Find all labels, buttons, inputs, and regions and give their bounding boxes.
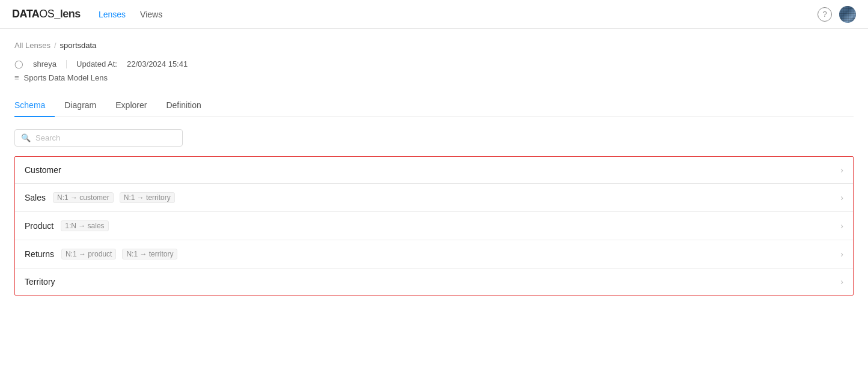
search-container: 🔍 (14, 129, 854, 147)
meta-row: ◯ shreya Updated At: 22/03/2024 15:41 (14, 59, 854, 68)
entity-name: Territory (25, 277, 55, 287)
meta-description: Sports Data Model Lens (24, 73, 108, 82)
breadcrumb-current: sportsdata (60, 41, 97, 50)
navbar-links: Lenses Views (99, 7, 818, 22)
entity-left: Product 1:N → sales (25, 220, 109, 231)
relation-badge: N:1 → territory (120, 192, 175, 203)
relation-badge: 1:N → sales (61, 220, 108, 231)
relation-badge: N:1 → territory (122, 249, 177, 259)
avatar[interactable] (839, 6, 856, 23)
search-input-wrapper: 🔍 (14, 129, 183, 147)
chevron-right-icon: › (840, 249, 843, 259)
entity-relations: 1:N → sales (61, 220, 108, 231)
tab-schema[interactable]: Schema (14, 94, 55, 117)
tabs: Schema Diagram Explorer Definition (14, 94, 854, 117)
breadcrumb-separator: / (54, 41, 57, 50)
entity-name: Returns (25, 249, 54, 259)
description-icon: ≡ (14, 73, 19, 82)
logo: DATAOS_lens (12, 8, 81, 20)
nav-views[interactable]: Views (140, 7, 162, 22)
entity-name: Customer (25, 165, 61, 175)
search-input[interactable] (35, 133, 176, 142)
navbar-right: ? (818, 6, 856, 23)
entity-left: Returns N:1 → product N:1 → territory (25, 249, 177, 259)
entity-left: Customer (25, 165, 69, 175)
meta-separator (66, 60, 67, 68)
meta-updated-at: 22/03/2024 15:41 (127, 59, 188, 68)
table-row[interactable]: Product 1:N → sales › (15, 212, 853, 240)
logo-lens-text: lens (60, 8, 81, 20)
tab-diagram[interactable]: Diagram (55, 94, 106, 117)
entity-name: Product (25, 221, 53, 231)
entity-name: Sales (25, 193, 46, 202)
breadcrumb: All Lenses / sportsdata (14, 41, 854, 50)
meta-updated-label: Updated At: (76, 59, 117, 68)
help-icon[interactable]: ? (818, 7, 832, 22)
nav-lenses[interactable]: Lenses (99, 7, 126, 22)
logo-underscore: _ (54, 8, 60, 20)
chevron-right-icon: › (840, 193, 843, 202)
entity-left: Sales N:1 → customer N:1 → territory (25, 192, 175, 203)
search-icon: 🔍 (21, 133, 31, 142)
page-content: All Lenses / sportsdata ◯ shreya Updated… (0, 29, 868, 308)
tab-definition[interactable]: Definition (156, 94, 210, 117)
chevron-right-icon: › (840, 221, 843, 231)
logo-data-text: DATA (12, 8, 39, 20)
table-row[interactable]: Customer › (15, 157, 853, 184)
entity-relations: N:1 → product N:1 → territory (61, 249, 177, 259)
table-row[interactable]: Territory › (15, 268, 853, 295)
relation-badge: N:1 → product (61, 249, 116, 259)
entity-relations: N:1 → customer N:1 → territory (53, 192, 175, 203)
table-row[interactable]: Sales N:1 → customer N:1 → territory › (15, 184, 853, 212)
chevron-right-icon: › (840, 277, 843, 287)
meta-user: shreya (33, 59, 57, 68)
breadcrumb-parent[interactable]: All Lenses (14, 41, 50, 50)
entity-left: Territory (25, 277, 63, 287)
logo-os-text: OS (39, 8, 54, 20)
tab-explorer[interactable]: Explorer (106, 94, 156, 117)
navbar: DATAOS_lens Lenses Views ? (0, 0, 868, 29)
relation-badge: N:1 → customer (53, 192, 114, 203)
avatar-image (839, 6, 856, 23)
entities-list: Customer › Sales N:1 → customer N:1 → te… (14, 156, 854, 296)
table-row[interactable]: Returns N:1 → product N:1 → territory › (15, 240, 853, 268)
chevron-right-icon: › (840, 165, 843, 175)
user-icon: ◯ (14, 59, 23, 68)
description-row: ≡ Sports Data Model Lens (14, 73, 854, 82)
